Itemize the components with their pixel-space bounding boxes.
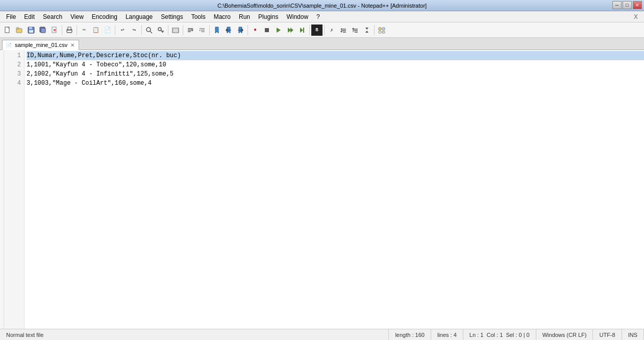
paste-button[interactable]: 📄 — [102, 25, 113, 36]
restore-button[interactable]: □ — [623, 1, 632, 9]
svg-marker-35 — [290, 28, 293, 33]
status-length: length : 160 — [389, 329, 431, 340]
macro-saved-button[interactable]: B — [311, 25, 323, 36]
status-mode: INS — [622, 329, 644, 340]
editor-container: 1234 ID,Numar,Nume,Pret,Descriere,Stoc(n… — [0, 50, 644, 329]
status-cursor: Ln : 1 Col : 1 Sel : 0 | 0 — [463, 329, 536, 340]
menu-tools[interactable]: Tools — [187, 12, 210, 21]
svg-rect-4 — [29, 27, 32, 29]
svg-marker-27 — [215, 27, 218, 33]
svg-rect-48 — [379, 31, 381, 33]
sort-asc-button[interactable] — [338, 25, 349, 36]
macro-record-button[interactable]: ● — [250, 25, 261, 36]
menu-encoding[interactable]: Encoding — [88, 12, 121, 21]
svg-rect-32 — [265, 28, 269, 32]
code-line[interactable]: 2,1002,"Kayfun 4 - Infinitti",125,some,5 — [27, 69, 644, 79]
save-all-button[interactable] — [37, 25, 48, 36]
menu-file[interactable]: File — [2, 12, 20, 21]
separator-1 — [62, 25, 62, 35]
menu-macro[interactable]: Macro — [210, 12, 235, 21]
new-button[interactable] — [2, 25, 13, 36]
status-eol: Windows (CR LF) — [536, 329, 593, 340]
menu-search[interactable]: Search — [39, 12, 66, 21]
status-lines: lines : 4 — [431, 329, 463, 340]
open-button[interactable] — [14, 25, 25, 36]
macro-next-button[interactable] — [285, 25, 296, 36]
tab-sample-mine[interactable]: 📄 sample_mine_01.csv ✕ — [2, 40, 79, 50]
svg-rect-13 — [67, 31, 71, 32]
prev-bookmark-button[interactable] — [223, 25, 234, 36]
separator-2 — [77, 25, 77, 35]
svg-rect-46 — [379, 28, 381, 30]
line-numbers: 1234 — [4, 50, 24, 329]
menu-view[interactable]: View — [66, 12, 88, 21]
code-line[interactable]: 3,1003,"Mage - CoilArt",160,some,4 — [27, 79, 644, 88]
svg-point-14 — [146, 28, 151, 32]
tab-close-button[interactable]: ✕ — [70, 42, 75, 48]
svg-line-15 — [150, 31, 152, 33]
separator-6 — [183, 25, 183, 35]
svg-marker-36 — [300, 28, 303, 33]
menu-language[interactable]: Language — [121, 12, 157, 21]
redo-button[interactable]: ↪ — [129, 25, 140, 36]
zoom-in-button[interactable] — [170, 25, 181, 36]
macro-prev-button[interactable] — [296, 25, 308, 36]
trim-button[interactable]: ✗ — [326, 25, 337, 36]
undo-button[interactable]: ↩ — [117, 25, 128, 36]
tab-bar: 📄 sample_mine_01.csv ✕ — [0, 38, 644, 50]
menu-window[interactable]: Window — [282, 12, 312, 21]
window-controls: ─ □ ✕ — [612, 1, 642, 9]
tab-filename: sample_mine_01.csv — [15, 42, 67, 48]
print-button[interactable] — [64, 25, 75, 36]
macro-stop-button[interactable] — [261, 25, 273, 36]
svg-marker-44 — [365, 28, 368, 30]
next-bookmark-button[interactable] — [235, 25, 246, 36]
separator-8 — [247, 25, 248, 35]
separator-11 — [374, 25, 375, 35]
save-button[interactable] — [26, 25, 37, 36]
sort-desc-button[interactable] — [350, 25, 361, 36]
code-line[interactable]: 1,1001,"Kayfun 4 - Tobeco",120,some,10 — [27, 60, 644, 69]
svg-rect-12 — [68, 27, 71, 30]
title-text: C:\BohemiaSoft\moldo_sorin\CSV\sample_mi… — [3, 3, 641, 9]
line-number: 3 — [4, 69, 24, 79]
line-number: 2 — [4, 60, 24, 69]
editor-content[interactable]: ID,Numar,Nume,Pret,Descriere,Stoc(nr. bu… — [24, 50, 644, 329]
menu-help[interactable]: ? — [312, 12, 324, 21]
toolbar: ✂ 📋 📄 ↩ ↪ ● B ✗ — [0, 22, 644, 38]
find-button[interactable] — [143, 25, 155, 36]
status-filetype: Normal text file — [0, 329, 389, 340]
filebrowser-button[interactable] — [376, 25, 387, 36]
svg-rect-2 — [16, 28, 19, 29]
svg-rect-5 — [29, 30, 33, 33]
indent-button[interactable] — [196, 25, 208, 36]
separator-9 — [309, 25, 310, 35]
close-button[interactable]: ✕ — [633, 1, 642, 9]
line-number: 1 — [4, 51, 24, 60]
copy-button[interactable]: 📋 — [90, 25, 102, 36]
bookmark-button[interactable] — [211, 25, 222, 36]
menu-edit[interactable]: Edit — [20, 12, 39, 21]
svg-rect-7 — [41, 28, 45, 33]
svg-rect-37 — [303, 28, 304, 33]
separator-5 — [168, 25, 168, 35]
wrap-button[interactable] — [185, 25, 196, 36]
code-line[interactable]: ID,Numar,Nume,Pret,Descriere,Stoc(nr. bu… — [27, 51, 644, 60]
separator-10 — [324, 25, 325, 35]
svg-rect-18 — [172, 28, 179, 33]
separator-4 — [141, 25, 142, 35]
menu-settings[interactable]: Settings — [157, 12, 187, 21]
close-button-tb[interactable] — [49, 25, 60, 36]
menu-run[interactable]: Run — [235, 12, 254, 21]
sort-icon-button[interactable] — [361, 25, 373, 36]
title-bar: C:\BohemiaSoft\moldo_sorin\CSV\sample_mi… — [0, 0, 644, 11]
separator-7 — [209, 25, 210, 35]
tab-file-icon: 📄 — [6, 42, 12, 48]
replace-button[interactable] — [155, 25, 166, 36]
minimize-button[interactable]: ─ — [612, 1, 622, 9]
cut-button[interactable]: ✂ — [79, 25, 90, 36]
left-margin — [0, 50, 4, 329]
menu-plugins[interactable]: Plugins — [254, 12, 282, 21]
macro-play-button[interactable] — [273, 25, 284, 36]
menu-close-button[interactable]: X — [630, 12, 642, 21]
